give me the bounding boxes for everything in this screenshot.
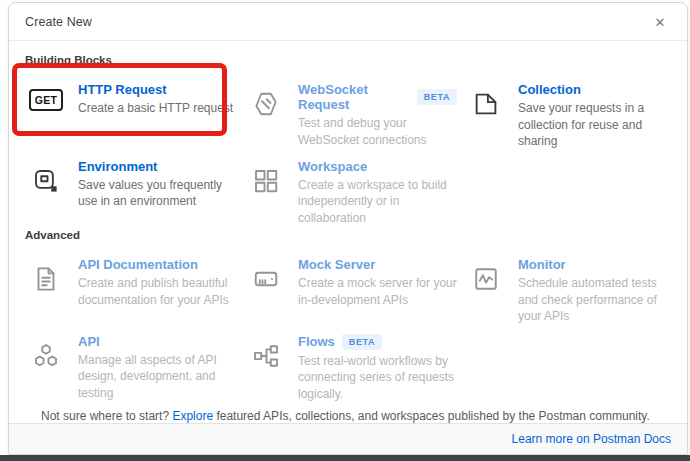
create-item-monitor[interactable]: MonitorSchedule automated tests and chec… bbox=[465, 248, 671, 325]
footer-note-prefix: Not sure where to start? bbox=[41, 409, 172, 423]
environment-icon bbox=[25, 158, 67, 227]
item-text-block: Mock ServerCreate a mock server for your… bbox=[298, 256, 457, 325]
dialog-header: Create New ✕ bbox=[9, 3, 687, 41]
flows-icon bbox=[245, 333, 287, 403]
item-text-block: HTTP RequestCreate a basic HTTP request bbox=[78, 81, 233, 150]
item-title-monitor[interactable]: Monitor bbox=[518, 257, 566, 272]
item-text-block: WebSocket RequestBETATest and debug your… bbox=[298, 81, 457, 150]
item-text-block: EnvironmentSave values you frequently us… bbox=[78, 158, 237, 227]
item-title-websocket-request[interactable]: WebSocket Request bbox=[298, 82, 410, 112]
grid-building-blocks: GETHTTP RequestCreate a basic HTTP reque… bbox=[25, 73, 671, 226]
hexagons-icon bbox=[25, 333, 67, 403]
item-description-environment: Save values you frequently use in an env… bbox=[78, 177, 237, 210]
item-description-mock-server: Create a mock server for your in-develop… bbox=[298, 275, 457, 308]
item-title-flows[interactable]: Flows bbox=[298, 334, 335, 349]
item-text-block: FlowsBETATest real-world workflows by co… bbox=[298, 333, 457, 403]
document-icon bbox=[25, 256, 67, 325]
create-item-http-request[interactable]: GETHTTP RequestCreate a basic HTTP reque… bbox=[25, 73, 245, 150]
dialog-title: Create New bbox=[25, 15, 92, 29]
websocket-icon bbox=[245, 81, 287, 150]
beta-badge: BETA bbox=[417, 89, 457, 105]
footer-note-suffix: featured APIs, collections, and workspac… bbox=[213, 409, 650, 423]
item-title-workspace[interactable]: Workspace bbox=[298, 159, 367, 174]
item-text-block: MonitorSchedule automated tests and chec… bbox=[518, 256, 663, 325]
item-description-api: Manage all aspects of API design, develo… bbox=[78, 352, 237, 402]
sections-container: Building BlocksGETHTTP RequestCreate a b… bbox=[25, 53, 671, 403]
item-text-block: APIManage all aspects of API design, dev… bbox=[78, 333, 237, 403]
workspace-icon bbox=[245, 158, 287, 227]
item-description-api-documentation: Create and publish beautiful documentati… bbox=[78, 275, 237, 308]
item-description-workspace: Create a workspace to build independentl… bbox=[298, 177, 457, 227]
collection-icon bbox=[465, 81, 507, 150]
beta-badge: BETA bbox=[342, 334, 382, 350]
item-text-block: WorkspaceCreate a workspace to build ind… bbox=[298, 158, 457, 227]
learn-more-link[interactable]: Learn more on Postman Docs bbox=[512, 432, 671, 446]
create-item-workspace[interactable]: WorkspaceCreate a workspace to build ind… bbox=[245, 150, 465, 227]
item-title-collection[interactable]: Collection bbox=[518, 82, 581, 97]
create-item-api-documentation[interactable]: API DocumentationCreate and publish beau… bbox=[25, 248, 245, 325]
item-title-api[interactable]: API bbox=[78, 334, 100, 349]
dialog-footer-bar: Learn more on Postman Docs bbox=[9, 423, 687, 454]
section-label-building-blocks: Building Blocks bbox=[25, 53, 671, 67]
create-item-websocket-request[interactable]: WebSocket RequestBETATest and debug your… bbox=[245, 73, 465, 150]
monitor-icon bbox=[465, 256, 507, 325]
dialog-body: Building BlocksGETHTTP RequestCreate a b… bbox=[9, 41, 687, 423]
get-method-icon: GET bbox=[25, 81, 67, 150]
item-description-websocket-request: Test and debug your WebSocket connection… bbox=[298, 115, 457, 148]
item-title-http-request[interactable]: HTTP Request bbox=[78, 82, 167, 97]
item-title-api-documentation[interactable]: API Documentation bbox=[78, 257, 198, 272]
grid-advanced: API DocumentationCreate and publish beau… bbox=[25, 248, 671, 402]
section-label-advanced: Advanced bbox=[25, 228, 671, 242]
item-title-environment[interactable]: Environment bbox=[78, 159, 157, 174]
item-text-block: CollectionSave your requests in a collec… bbox=[518, 81, 663, 150]
item-description-collection: Save your requests in a collection for r… bbox=[518, 100, 663, 150]
window-bottom-strip bbox=[0, 455, 690, 461]
create-item-collection[interactable]: CollectionSave your requests in a collec… bbox=[465, 73, 671, 150]
create-item-environment[interactable]: EnvironmentSave values you frequently us… bbox=[25, 150, 245, 227]
item-description-monitor: Schedule automated tests and check perfo… bbox=[518, 275, 663, 325]
create-new-dialog: Create New ✕ Building BlocksGETHTTP Requ… bbox=[8, 2, 688, 455]
get-method-label: GET bbox=[29, 89, 64, 111]
create-item-mock-server[interactable]: Mock ServerCreate a mock server for your… bbox=[245, 248, 465, 325]
item-description-flows: Test real-world workflows by connecting … bbox=[298, 353, 457, 403]
explore-link[interactable]: Explore bbox=[172, 409, 213, 423]
create-item-flows[interactable]: FlowsBETATest real-world workflows by co… bbox=[245, 325, 465, 403]
item-description-http-request: Create a basic HTTP request bbox=[78, 100, 233, 117]
item-title-mock-server[interactable]: Mock Server bbox=[298, 257, 375, 272]
create-item-api[interactable]: APIManage all aspects of API design, dev… bbox=[25, 325, 245, 403]
server-icon bbox=[245, 256, 287, 325]
footer-note: Not sure where to start? Explore feature… bbox=[25, 405, 671, 423]
close-icon[interactable]: ✕ bbox=[651, 13, 669, 31]
item-text-block: API DocumentationCreate and publish beau… bbox=[78, 256, 237, 325]
